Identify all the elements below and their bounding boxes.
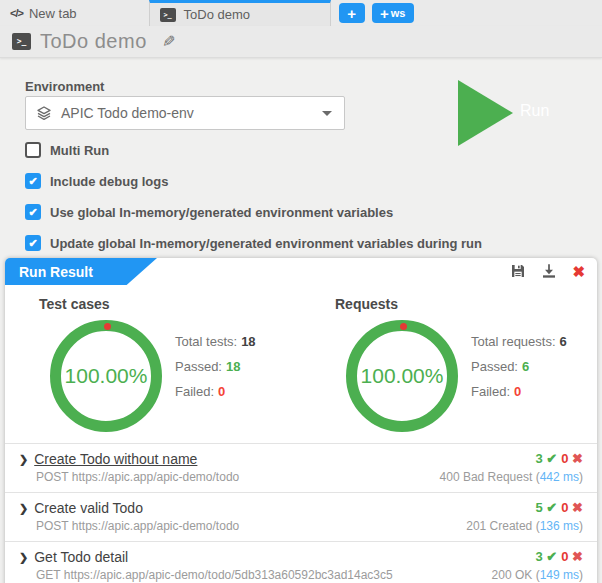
run-button-label: Run xyxy=(520,102,549,120)
stat-passed: Passed:18 xyxy=(175,359,256,374)
new-tab-label: New tab xyxy=(29,6,77,21)
checkbox-icon xyxy=(25,142,41,158)
cross-icon: ✖ xyxy=(572,500,583,515)
test-case-info: ❯ Create Todo without name POST https://… xyxy=(19,451,239,484)
checkbox-label: Multi Run xyxy=(50,143,109,158)
checkbox-label: Use global In-memory/generated environme… xyxy=(50,205,393,220)
checkbox-multi-run[interactable]: Multi Run xyxy=(25,142,109,158)
test-cases-donut-chart: 100.00% xyxy=(50,320,162,432)
pass-percent: 100.00% xyxy=(65,364,148,388)
failed-slice-dot xyxy=(400,323,407,330)
checkbox-update-global-env-vars[interactable]: ✔ Update global In-memory/generated envi… xyxy=(25,235,482,251)
chevron-right-icon[interactable]: ❯ xyxy=(19,453,28,466)
test-case-row-create-todo-without-name[interactable]: ❯ Create Todo without name POST https://… xyxy=(5,444,597,493)
test-case-title[interactable]: Create valid Todo xyxy=(34,500,143,516)
plus-icon: + xyxy=(380,5,389,22)
test-case-result: 3 ✔0 ✖ 400 Bad Request 442 ms xyxy=(440,451,583,484)
close-icon[interactable]: ✖ xyxy=(572,264,585,279)
passed-count: 3 xyxy=(535,549,542,564)
test-case-request: GET https://apic.app/apic-demo/todo/5db3… xyxy=(36,568,393,582)
stat-failed: Failed:0 xyxy=(175,384,256,399)
requests-donut-chart: 100.00% xyxy=(346,320,458,432)
requests-summary: Requests 100.00% Total requests:6 Passed… xyxy=(301,288,597,443)
test-case-title[interactable]: Create Todo without name xyxy=(34,451,197,467)
test-case-row-create-valid-todo[interactable]: ❯ Create valid Todo POST https://apic.ap… xyxy=(5,493,597,542)
new-tab-button[interactable]: </> New tab xyxy=(0,0,91,26)
check-icon: ✔ xyxy=(546,500,557,515)
test-case-info: ❯ Get Todo detail GET https://apic.app/a… xyxy=(19,549,393,582)
cross-icon: ✖ xyxy=(572,451,583,466)
passed-count: 3 xyxy=(535,451,542,466)
cross-icon: ✖ xyxy=(572,549,583,564)
failed-count: 0 xyxy=(561,549,568,564)
test-case-row-get-todo-detail[interactable]: ❯ Get Todo detail GET https://apic.app/a… xyxy=(5,542,597,583)
layers-icon xyxy=(36,105,52,121)
environment-select[interactable]: APIC Todo demo-env xyxy=(25,96,345,130)
run-summary: Test cases 100.00% Total tests:18 Passed… xyxy=(5,288,597,443)
response-time: 149 ms xyxy=(540,568,579,582)
checkbox-icon: ✔ xyxy=(25,204,41,220)
tab-actions: + + ws xyxy=(339,0,414,26)
environment-label: Environment xyxy=(25,79,104,94)
response-status: 200 OK 149 ms xyxy=(492,568,583,582)
response-status: 400 Bad Request 442 ms xyxy=(440,470,583,484)
page-title: ToDo demo xyxy=(40,30,147,53)
download-icon[interactable] xyxy=(541,263,557,279)
test-case-request: POST https://apic.app/apic-demo/todo xyxy=(36,519,239,533)
checkbox-use-global-env-vars[interactable]: ✔ Use global In-memory/generated environ… xyxy=(25,204,393,220)
test-case-info: ❯ Create valid Todo POST https://apic.ap… xyxy=(19,500,239,533)
environment-value: APIC Todo demo-env xyxy=(61,105,313,121)
response-time: 136 ms xyxy=(540,519,579,533)
code-icon: </> xyxy=(10,7,23,19)
checkbox-label: Update global In-memory/generated enviro… xyxy=(50,236,482,251)
add-tab-button[interactable]: + xyxy=(339,3,365,23)
failed-count: 0 xyxy=(561,451,568,466)
summary-heading: Requests xyxy=(335,296,398,312)
test-cases-summary: Test cases 100.00% Total tests:18 Passed… xyxy=(5,288,301,443)
suite-icon: >_ xyxy=(160,8,176,22)
response-status: 201 Created 136 ms xyxy=(466,519,583,533)
chevron-down-icon xyxy=(322,111,332,116)
summary-heading: Test cases xyxy=(39,296,110,312)
suite-icon: >_ xyxy=(12,33,31,50)
passed-count: 5 xyxy=(535,500,542,515)
check-icon: ✔ xyxy=(546,451,557,466)
summary-stats: Total tests:18 Passed:18 Failed:0 xyxy=(175,334,256,409)
stat-passed: Passed:6 xyxy=(471,359,567,374)
test-case-result: 3 ✔0 ✖ 200 OK 149 ms xyxy=(492,549,583,582)
response-time: 442 ms xyxy=(540,470,579,484)
stat-total: Total tests:18 xyxy=(175,334,256,349)
summary-stats: Total requests:6 Passed:6 Failed:0 xyxy=(471,334,567,409)
app-window: </> New tab >_ ToDo demo + + ws >_ ToDo … xyxy=(0,0,602,583)
chevron-right-icon[interactable]: ❯ xyxy=(19,502,28,515)
ws-label: ws xyxy=(391,7,406,19)
failed-slice-dot xyxy=(104,323,111,330)
check-icon: ✔ xyxy=(546,549,557,564)
title-bar: >_ ToDo demo ✎ xyxy=(0,26,602,58)
save-icon[interactable] xyxy=(510,263,526,279)
checkbox-include-debug-logs[interactable]: ✔ Include debug logs xyxy=(25,173,168,189)
test-case-list: ❯ Create Todo without name POST https://… xyxy=(5,443,597,583)
checkbox-label: Include debug logs xyxy=(50,174,168,189)
edit-icon[interactable]: ✎ xyxy=(162,32,175,51)
checkbox-icon: ✔ xyxy=(25,235,41,251)
chevron-right-icon[interactable]: ❯ xyxy=(19,551,28,564)
tab-todo-demo[interactable]: >_ ToDo demo xyxy=(149,0,331,26)
run-config-form: Environment APIC Todo demo-env Run Multi… xyxy=(0,58,602,258)
tab-label: ToDo demo xyxy=(184,7,250,22)
failed-count: 0 xyxy=(561,500,568,515)
run-button[interactable]: Run xyxy=(458,80,513,146)
run-result-actions: ✖ xyxy=(510,263,585,279)
run-result-title: Run Result xyxy=(19,264,93,280)
tab-bar: </> New tab >_ ToDo demo + + ws xyxy=(0,0,602,26)
run-result-header: Run Result xyxy=(5,258,597,288)
add-workspace-button[interactable]: + ws xyxy=(372,3,414,23)
checkbox-icon: ✔ xyxy=(25,173,41,189)
run-result-ribbon: Run Result xyxy=(5,258,157,285)
test-case-title[interactable]: Get Todo detail xyxy=(34,549,128,565)
stat-total: Total requests:6 xyxy=(471,334,567,349)
stat-failed: Failed:0 xyxy=(471,384,567,399)
run-result-panel: Run Result xyxy=(5,258,597,583)
pass-percent: 100.00% xyxy=(361,364,444,388)
test-case-result: 5 ✔0 ✖ 201 Created 136 ms xyxy=(466,500,583,533)
